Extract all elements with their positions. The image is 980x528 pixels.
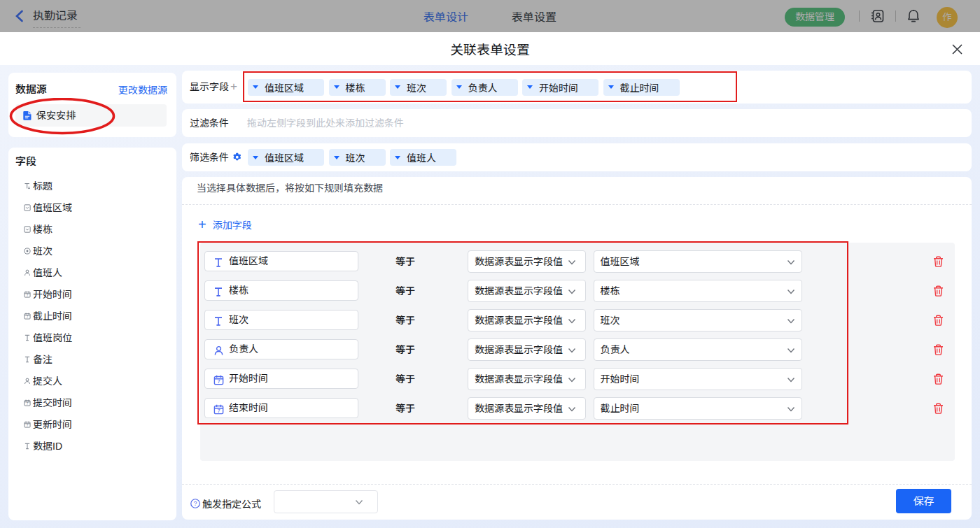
svg-text:7: 7: [26, 424, 28, 427]
svg-text:?: ?: [193, 500, 197, 507]
svg-text:7: 7: [26, 294, 28, 297]
svg-text:7: 7: [26, 315, 28, 319]
svg-text:7: 7: [26, 402, 28, 406]
